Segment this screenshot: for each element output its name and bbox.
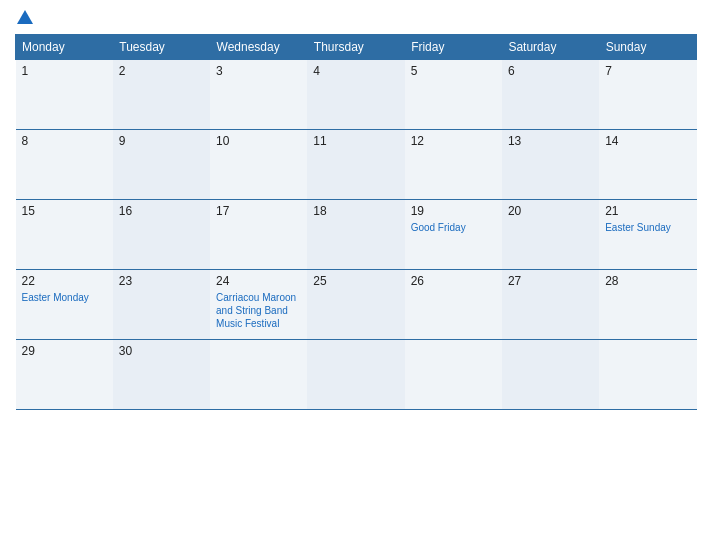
- holiday-label: Carriacou Maroon and String Band Music F…: [216, 292, 296, 329]
- day-number: 29: [22, 344, 107, 358]
- calendar-cell: 24Carriacou Maroon and String Band Music…: [210, 270, 307, 340]
- day-number: 18: [313, 204, 398, 218]
- calendar-cell: 1: [16, 60, 113, 130]
- day-number: 30: [119, 344, 204, 358]
- day-number: 7: [605, 64, 690, 78]
- weekday-sunday: Sunday: [599, 35, 696, 60]
- calendar-cell: 12: [405, 130, 502, 200]
- day-number: 17: [216, 204, 301, 218]
- day-number: 23: [119, 274, 204, 288]
- week-row-2: 891011121314: [16, 130, 697, 200]
- calendar-cell: [502, 340, 599, 410]
- calendar-cell: 4: [307, 60, 404, 130]
- calendar-cell: [599, 340, 696, 410]
- day-number: 15: [22, 204, 107, 218]
- day-number: 6: [508, 64, 593, 78]
- day-number: 20: [508, 204, 593, 218]
- week-row-3: 1516171819Good Friday2021Easter Sunday: [16, 200, 697, 270]
- holiday-label: Easter Sunday: [605, 222, 671, 233]
- day-number: 2: [119, 64, 204, 78]
- calendar-cell: 22Easter Monday: [16, 270, 113, 340]
- day-number: 1: [22, 64, 107, 78]
- calendar-cell: 8: [16, 130, 113, 200]
- calendar-cell: 19Good Friday: [405, 200, 502, 270]
- calendar-cell: [405, 340, 502, 410]
- calendar-cell: 18: [307, 200, 404, 270]
- logo: [15, 10, 33, 26]
- day-number: 24: [216, 274, 301, 288]
- calendar-cell: 11: [307, 130, 404, 200]
- week-row-4: 22Easter Monday2324Carriacou Maroon and …: [16, 270, 697, 340]
- day-number: 9: [119, 134, 204, 148]
- calendar-cell: 26: [405, 270, 502, 340]
- day-number: 12: [411, 134, 496, 148]
- calendar-cell: 6: [502, 60, 599, 130]
- calendar-cell: 13: [502, 130, 599, 200]
- day-number: 26: [411, 274, 496, 288]
- calendar-cell: 7: [599, 60, 696, 130]
- calendar-cell: 29: [16, 340, 113, 410]
- day-number: 27: [508, 274, 593, 288]
- day-number: 19: [411, 204, 496, 218]
- calendar-cell: 23: [113, 270, 210, 340]
- calendar-cell: 20: [502, 200, 599, 270]
- day-number: 28: [605, 274, 690, 288]
- calendar-cell: 9: [113, 130, 210, 200]
- calendar-cell: 28: [599, 270, 696, 340]
- weekday-saturday: Saturday: [502, 35, 599, 60]
- holiday-label: Good Friday: [411, 222, 466, 233]
- day-number: 21: [605, 204, 690, 218]
- calendar-page: MondayTuesdayWednesdayThursdayFridaySatu…: [0, 0, 712, 550]
- page-header: [15, 10, 697, 26]
- week-row-5: 2930: [16, 340, 697, 410]
- calendar-cell: 14: [599, 130, 696, 200]
- day-number: 8: [22, 134, 107, 148]
- calendar-cell: 30: [113, 340, 210, 410]
- weekday-thursday: Thursday: [307, 35, 404, 60]
- calendar-cell: 16: [113, 200, 210, 270]
- calendar-cell: 5: [405, 60, 502, 130]
- weekday-header-row: MondayTuesdayWednesdayThursdayFridaySatu…: [16, 35, 697, 60]
- calendar-cell: 3: [210, 60, 307, 130]
- day-number: 10: [216, 134, 301, 148]
- day-number: 22: [22, 274, 107, 288]
- holiday-label: Easter Monday: [22, 292, 89, 303]
- week-row-1: 1234567: [16, 60, 697, 130]
- logo-triangle-icon: [17, 10, 33, 24]
- calendar-cell: 15: [16, 200, 113, 270]
- day-number: 25: [313, 274, 398, 288]
- day-number: 16: [119, 204, 204, 218]
- day-number: 3: [216, 64, 301, 78]
- day-number: 4: [313, 64, 398, 78]
- calendar-table: MondayTuesdayWednesdayThursdayFridaySatu…: [15, 34, 697, 410]
- weekday-friday: Friday: [405, 35, 502, 60]
- calendar-cell: 10: [210, 130, 307, 200]
- day-number: 14: [605, 134, 690, 148]
- calendar-cell: [307, 340, 404, 410]
- calendar-cell: 21Easter Sunday: [599, 200, 696, 270]
- weekday-wednesday: Wednesday: [210, 35, 307, 60]
- day-number: 5: [411, 64, 496, 78]
- calendar-cell: [210, 340, 307, 410]
- calendar-cell: 2: [113, 60, 210, 130]
- day-number: 13: [508, 134, 593, 148]
- calendar-cell: 17: [210, 200, 307, 270]
- weekday-tuesday: Tuesday: [113, 35, 210, 60]
- calendar-cell: 27: [502, 270, 599, 340]
- calendar-cell: 25: [307, 270, 404, 340]
- day-number: 11: [313, 134, 398, 148]
- weekday-monday: Monday: [16, 35, 113, 60]
